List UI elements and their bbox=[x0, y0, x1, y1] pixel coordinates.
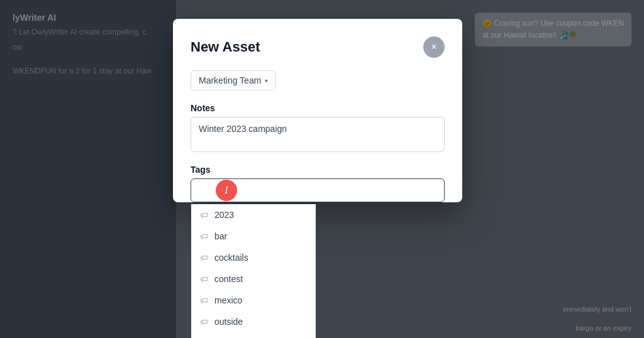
tag-label-tag-outside: outside bbox=[214, 317, 243, 327]
tag-icon: 🏷 bbox=[200, 253, 208, 263]
tag-label-tag-2023: 2023 bbox=[214, 210, 234, 220]
tag-item-tag-social[interactable]: 🏷social bbox=[191, 332, 316, 338]
new-asset-modal: New Asset × Marketing Team ▾ Notes Tags … bbox=[173, 19, 462, 202]
tag-item-tag-contest[interactable]: 🏷contest bbox=[191, 268, 316, 290]
modal-header: New Asset × bbox=[191, 36, 445, 58]
team-dropdown-arrow: ▾ bbox=[265, 77, 268, 84]
tag-label-tag-cocktails: cocktails bbox=[214, 253, 248, 263]
tag-item-tag-cocktails[interactable]: 🏷cocktails bbox=[191, 247, 316, 268]
tag-item-tag-bar[interactable]: 🏷bar bbox=[191, 226, 316, 247]
tags-dropdown: 🏷2023🏷bar🏷cocktails🏷contest🏷mexico🏷outsi… bbox=[191, 204, 316, 338]
close-button[interactable]: × bbox=[423, 36, 445, 58]
tags-wrapper: I 🏷2023🏷bar🏷cocktails🏷contest🏷mexico🏷out… bbox=[191, 178, 445, 202]
modal-title: New Asset bbox=[191, 39, 260, 55]
notes-textarea[interactable] bbox=[191, 117, 445, 152]
team-section: Marketing Team ▾ bbox=[191, 70, 445, 103]
tag-label-tag-contest: contest bbox=[214, 274, 243, 284]
team-dropdown-label: Marketing Team bbox=[199, 75, 261, 85]
tag-label-tag-mexico: mexico bbox=[214, 295, 242, 305]
tag-label-tag-bar: bar bbox=[214, 231, 227, 241]
tag-item-tag-2023[interactable]: 🏷2023 bbox=[191, 204, 316, 226]
tags-label: Tags bbox=[191, 165, 445, 175]
tag-item-tag-outside[interactable]: 🏷outside bbox=[191, 311, 316, 332]
tag-icon: 🏷 bbox=[200, 210, 208, 220]
team-dropdown-button[interactable]: Marketing Team ▾ bbox=[191, 70, 276, 90]
tag-icon: 🏷 bbox=[200, 275, 208, 284]
tag-icon: 🏷 bbox=[200, 296, 208, 305]
tags-input[interactable] bbox=[191, 178, 445, 202]
tag-icon: 🏷 bbox=[200, 317, 208, 327]
tag-item-tag-mexico[interactable]: 🏷mexico bbox=[191, 290, 316, 311]
notes-section: Notes bbox=[191, 103, 445, 165]
tags-section: Tags I 🏷2023🏷bar🏷cocktails🏷contest🏷mexic… bbox=[191, 165, 445, 202]
notes-label: Notes bbox=[191, 103, 445, 113]
tag-icon: 🏷 bbox=[200, 232, 208, 241]
